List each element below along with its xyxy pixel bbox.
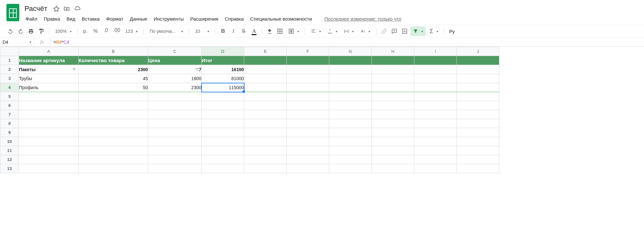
cell-G3[interactable] [329,74,372,83]
cell-C9[interactable] [148,128,202,137]
cell-H9[interactable] [372,128,414,137]
cell-A9[interactable] [19,128,79,137]
col-header-G[interactable]: G [329,47,372,56]
col-header-H[interactable]: H [372,47,414,56]
cell-H11[interactable] [372,146,414,155]
cell-H8[interactable] [372,119,414,128]
cell-B8[interactable] [79,119,148,128]
cell-D8[interactable] [202,119,244,128]
insert-chart-icon[interactable] [400,26,409,36]
cell-J4[interactable] [457,83,499,92]
cell-B10[interactable] [79,137,148,146]
cell-B6[interactable] [79,101,148,110]
cell-B5[interactable] [79,92,148,101]
redo-icon[interactable] [16,26,25,36]
header-cell[interactable] [372,56,414,65]
number-format-select[interactable]: 123▾ [123,26,140,36]
header-cell[interactable] [457,56,499,65]
move-to-folder-icon[interactable] [63,5,70,12]
cell-A2[interactable]: Пакеты [19,65,79,74]
cell-F8[interactable] [287,119,329,128]
cell-D4[interactable]: 115000 [202,83,244,92]
cell-D10[interactable] [202,137,244,146]
doc-title[interactable]: Расчёт [23,4,49,14]
row-header-10[interactable]: 10 [0,137,19,146]
cell-G7[interactable] [329,110,372,119]
menu-accessibility[interactable]: Специальные возможности [247,15,315,23]
cell-H3[interactable] [372,74,414,83]
cell-I2[interactable] [414,65,457,74]
cell-H7[interactable] [372,110,414,119]
cell-J7[interactable] [457,110,499,119]
font-select[interactable]: По умолча...▾ [147,26,186,36]
cell-D9[interactable] [202,128,244,137]
cell-G6[interactable] [329,101,372,110]
formula-input[interactable]: =B4*C4 [50,38,644,46]
cell-F3[interactable] [287,74,329,83]
filter-toggle-icon[interactable] [72,67,76,72]
filter-toggle-icon[interactable] [195,67,199,72]
cell-F4[interactable] [287,83,329,92]
text-wrap-icon[interactable]: ▾ [341,26,356,36]
menu-view[interactable]: Вид [64,15,78,23]
name-box[interactable]: D4 ▾ [0,38,34,46]
cell-G11[interactable] [329,146,372,155]
col-header-C[interactable]: C [148,47,202,56]
bold-icon[interactable]: B [218,26,227,36]
cell-E11[interactable] [244,146,287,155]
cell-C13[interactable] [148,164,202,173]
cell-A10[interactable] [19,137,79,146]
cell-A12[interactable] [19,155,79,164]
star-icon[interactable] [53,5,60,12]
row-header-1[interactable]: 1 [0,56,19,65]
merge-cells-icon[interactable]: ▾ [286,26,302,36]
cell-J11[interactable] [457,146,499,155]
filter-toggle-icon[interactable] [237,67,242,72]
font-size-select[interactable]: 10▾ [192,26,212,36]
cell-E10[interactable] [244,137,287,146]
col-header-A[interactable]: A [19,47,79,56]
text-color-icon[interactable]: A [249,26,258,36]
cell-F10[interactable] [287,137,329,146]
cell-D11[interactable] [202,146,244,155]
cell-D7[interactable] [202,110,244,119]
cell-J10[interactable] [457,137,499,146]
header-cell[interactable]: Цена [148,56,202,65]
strikethrough-icon[interactable]: S [239,26,248,36]
cell-B4[interactable]: 50 [79,83,148,92]
header-cell[interactable] [414,56,457,65]
cell-I4[interactable] [414,83,457,92]
row-header-7[interactable]: 7 [0,110,19,119]
cell-J2[interactable] [457,65,499,74]
cell-B13[interactable] [79,164,148,173]
cell-H5[interactable] [372,92,414,101]
cell-C11[interactable] [148,146,202,155]
cell-D5[interactable] [202,92,244,101]
col-header-I[interactable]: I [414,47,457,56]
cell-G12[interactable] [329,155,372,164]
row-header-9[interactable]: 9 [0,128,19,137]
menu-format[interactable]: Формат [103,15,126,23]
col-header-E[interactable]: E [244,47,287,56]
cell-B7[interactable] [79,110,148,119]
cell-C10[interactable] [148,137,202,146]
row-header-4[interactable]: 4 [0,83,19,92]
cell-G10[interactable] [329,137,372,146]
cell-A7[interactable] [19,110,79,119]
cell-H10[interactable] [372,137,414,146]
cell-I10[interactable] [414,137,457,146]
col-header-D[interactable]: D [202,47,244,56]
col-header-J[interactable]: J [457,47,499,56]
spreadsheet-grid[interactable]: ABCDEFGHIJ1Название артикулаКоличество т… [0,47,644,173]
filter-icon[interactable]: ▾ [410,26,426,36]
menu-edit[interactable]: Правка [41,15,63,23]
menu-help[interactable]: Справка [222,15,247,23]
decrease-decimals[interactable]: .0← [101,26,111,36]
cell-A8[interactable] [19,119,79,128]
cell-D12[interactable] [202,155,244,164]
select-all-corner[interactable] [0,47,19,56]
cell-G13[interactable] [329,164,372,173]
cell-C5[interactable] [148,92,202,101]
cell-I12[interactable] [414,155,457,164]
cell-C8[interactable] [148,119,202,128]
